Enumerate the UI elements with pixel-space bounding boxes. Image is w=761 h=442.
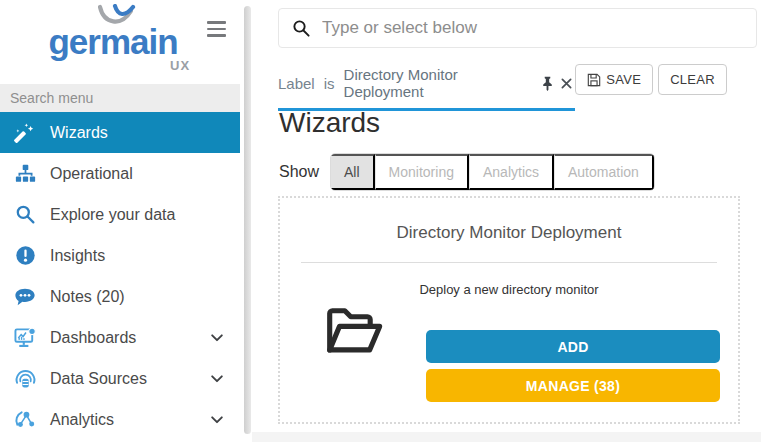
card-actions: ADD MANAGE (38) [426, 330, 720, 402]
show-filter-row: Show All Monitoring Analytics Automation [279, 153, 655, 191]
sidebar-item-data-sources[interactable]: Data Sources [0, 358, 240, 399]
category-tab-group: All Monitoring Analytics Automation [330, 153, 655, 191]
save-button[interactable]: SAVE [575, 64, 653, 95]
pin-icon[interactable] [541, 76, 554, 91]
tab-analytics[interactable]: Analytics [469, 154, 554, 190]
dashboard-monitor-icon [13, 326, 37, 350]
sidebar-menu: Wizards Operational [0, 112, 240, 440]
chevron-down-icon[interactable] [210, 372, 224, 386]
sidebar: germain UX Wizards [0, 0, 240, 442]
app-window: germain UX Wizards [0, 0, 761, 442]
filter-actions: SAVE CLEAR [575, 62, 727, 95]
save-button-label: SAVE [606, 72, 641, 87]
sidebar-item-label: Insights [50, 247, 105, 265]
manage-button[interactable]: MANAGE (38) [426, 369, 720, 402]
sidebar-item-label: Notes (20) [50, 288, 125, 306]
page-title: Wizards [279, 107, 380, 139]
sidebar-item-label: Data Sources [50, 370, 147, 388]
sitemap-icon [13, 162, 37, 186]
card-divider [301, 262, 717, 263]
card-title: Directory Monitor Deployment [280, 223, 738, 243]
sidebar-item-label: Dashboards [50, 329, 136, 347]
main-content: Label is Directory Monitor Deployment [252, 0, 761, 442]
sidebar-item-label: Explore your data [50, 206, 175, 224]
global-search-input[interactable] [322, 18, 743, 38]
germain-logo: germain UX [28, 2, 198, 42]
tab-monitoring[interactable]: Monitoring [375, 154, 469, 190]
brand-name: germain [28, 22, 198, 62]
show-label: Show [279, 163, 319, 181]
sidebar-item-analytics[interactable]: Analytics [0, 399, 240, 440]
chat-bubble-icon [13, 285, 37, 309]
sidebar-item-label: Analytics [50, 411, 114, 429]
filter-row: Label is Directory Monitor Deployment [278, 62, 727, 98]
add-button[interactable]: ADD [426, 330, 720, 363]
wizard-card-directory-monitor-deployment: Directory Monitor Deployment Deploy a ne… [278, 196, 740, 424]
chevron-down-icon[interactable] [210, 413, 224, 427]
sidebar-search-input[interactable] [0, 84, 240, 112]
hamburger-menu-icon[interactable] [207, 21, 226, 41]
sidebar-item-dashboards[interactable]: Dashboards [0, 317, 240, 358]
logo-area: germain UX [0, 0, 240, 84]
sidebar-item-wizards[interactable]: Wizards [0, 112, 240, 153]
tab-all[interactable]: All [331, 154, 375, 190]
magnifier-icon [13, 203, 37, 227]
open-folder-icon [321, 304, 387, 362]
search-icon [292, 19, 311, 38]
content-footer-strip [252, 432, 761, 442]
clear-button[interactable]: CLEAR [658, 64, 727, 95]
sidebar-item-label: Wizards [50, 124, 108, 142]
clear-button-label: CLEAR [670, 72, 715, 87]
card-description: Deploy a new directory monitor [280, 282, 738, 297]
sidebar-item-explore-your-data[interactable]: Explore your data [0, 194, 240, 235]
analytics-nodes-icon [13, 408, 37, 432]
global-search-box[interactable] [278, 8, 757, 48]
filter-chip[interactable]: Label is Directory Monitor Deployment [278, 62, 575, 111]
exclamation-circle-icon [13, 244, 37, 268]
vertical-scrollbar[interactable] [244, 6, 251, 434]
tab-automation[interactable]: Automation [554, 154, 654, 190]
chevron-down-icon[interactable] [210, 331, 224, 345]
sidebar-item-operational[interactable]: Operational [0, 153, 240, 194]
magic-wand-icon [13, 121, 37, 145]
filter-field[interactable]: Label [278, 75, 315, 92]
filter-operator[interactable]: is [324, 75, 335, 92]
database-icon [13, 367, 37, 391]
filter-value[interactable]: Directory Monitor Deployment [344, 66, 530, 100]
sidebar-item-insights[interactable]: Insights [0, 235, 240, 276]
sidebar-item-label: Operational [50, 165, 133, 183]
sidebar-item-notes[interactable]: Notes (20) [0, 276, 240, 317]
remove-filter-icon[interactable] [561, 78, 572, 89]
floppy-disk-icon [587, 73, 601, 87]
brand-sub: UX [170, 58, 190, 73]
